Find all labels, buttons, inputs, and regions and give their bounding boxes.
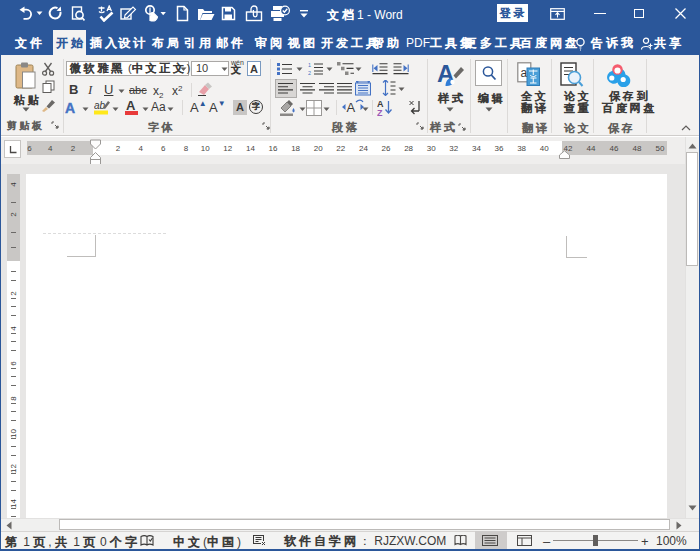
svg-text:Z: Z <box>377 108 383 117</box>
svg-text:ab: ab <box>94 100 106 111</box>
svg-text:A: A <box>347 100 356 115</box>
svg-text:1: 1 <box>308 62 311 68</box>
svg-text:2: 2 <box>308 70 311 76</box>
svg-text:a: a <box>521 66 528 80</box>
